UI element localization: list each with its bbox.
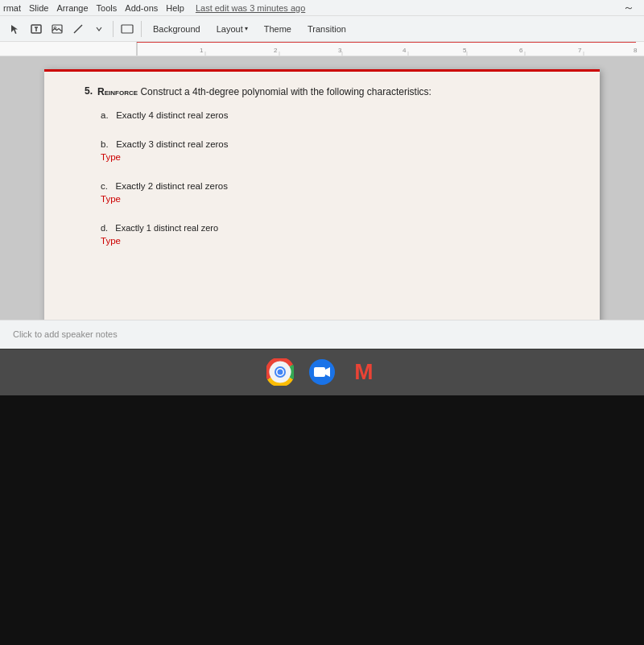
background-label: Background: [153, 24, 200, 34]
question-header: 5. Reinforce Construct a 4th-degree poly…: [85, 85, 576, 99]
question-text: Reinforce Construct a 4th-degree polynom…: [97, 85, 431, 99]
menu-tools[interactable]: Tools: [97, 3, 118, 13]
meet-taskbar-icon[interactable]: [308, 358, 336, 387]
svg-text:7: 7: [578, 47, 582, 54]
textbox-icon[interactable]: [27, 20, 45, 38]
transition-button[interactable]: Transition: [301, 22, 353, 36]
sub-question-d: d. Exactly 1 distinct real zero Type: [101, 223, 576, 246]
layout-arrow-icon: ▾: [245, 25, 248, 32]
sub-a-letter: a.: [101, 110, 109, 120]
svg-text:3: 3: [338, 47, 342, 54]
chrome-taskbar-icon[interactable]: [266, 358, 295, 387]
sub-b-text: Exactly 3 distinct real zeros: [116, 139, 228, 149]
squiggle-icon: ～: [623, 1, 634, 15]
menu-arrange[interactable]: Arrange: [56, 3, 88, 13]
svg-text:8: 8: [634, 47, 638, 54]
layout-label: Layout: [217, 24, 243, 34]
question-body: Construct a 4th-degree polynomial with t…: [140, 86, 431, 97]
sub-question-c-label: c. Exactly 2 distinct real zeros: [101, 181, 576, 191]
sub-question-c: c. Exactly 2 distinct real zeros Type: [101, 181, 576, 204]
svg-line-5: [74, 25, 82, 33]
image-icon[interactable]: [48, 20, 66, 38]
sub-b-answer[interactable]: Type: [101, 152, 576, 162]
svg-text:6: 6: [519, 47, 523, 54]
slide-content: 5. Reinforce Construct a 4th-degree poly…: [44, 69, 600, 281]
theme-label: Theme: [264, 24, 291, 34]
background-button[interactable]: Background: [147, 22, 207, 36]
toolbar: Background Layout ▾ Theme Transition: [0, 16, 644, 42]
sub-question-d-label: d. Exactly 1 distinct real zero: [101, 223, 576, 233]
menu-format[interactable]: rmat: [3, 3, 21, 13]
menu-slide[interactable]: Slide: [29, 3, 48, 13]
question-number: 5.: [85, 85, 93, 97]
shapes-icon[interactable]: [69, 20, 87, 38]
sub-d-text: Exactly 1 distinct real zero: [115, 223, 218, 233]
reinforce-label: Reinforce: [97, 86, 138, 97]
slide-icon[interactable]: [118, 20, 136, 38]
svg-text:4: 4: [402, 47, 407, 54]
svg-text:2: 2: [274, 47, 278, 54]
line-dropdown-icon[interactable]: [90, 20, 108, 38]
sub-a-text: Exactly 4 distinct real zeros: [116, 110, 228, 120]
sub-question-a: a. Exactly 4 distinct real zeros: [101, 110, 576, 120]
speaker-notes-area[interactable]: Click to add speaker notes: [0, 320, 644, 349]
theme-button[interactable]: Theme: [258, 22, 298, 36]
toolbar-divider-2: [141, 21, 142, 37]
sub-d-letter: d.: [101, 223, 108, 233]
svg-point-27: [278, 370, 283, 375]
slide-canvas[interactable]: 5. Reinforce Construct a 4th-degree poly…: [44, 69, 600, 320]
sub-c-letter: c.: [101, 181, 108, 191]
speaker-notes-placeholder: Click to add speaker notes: [13, 329, 118, 339]
app-window: rmat Slide Arrange Tools Add-ons Help La…: [0, 0, 644, 645]
layout-button[interactable]: Layout ▾: [210, 22, 254, 36]
svg-rect-29: [314, 367, 325, 377]
ruler: 1 2 3 4 5 6 7 8: [0, 42, 644, 56]
select-tool-icon[interactable]: [6, 20, 24, 38]
sub-question-b-label: b. Exactly 3 distinct real zeros: [101, 139, 576, 149]
svg-text:5: 5: [463, 47, 467, 54]
gmail-m-label: M: [354, 359, 373, 385]
gmail-taskbar-icon[interactable]: M: [349, 358, 378, 387]
sub-c-text: Exactly 2 distinct real zeros: [116, 181, 228, 191]
sub-d-answer[interactable]: Type: [101, 236, 576, 246]
last-edit-label: Last edit was 3 minutes ago: [196, 3, 305, 13]
sub-b-letter: b.: [101, 139, 109, 149]
transition-label: Transition: [308, 24, 346, 34]
menu-addons[interactable]: Add-ons: [125, 3, 158, 13]
sub-c-answer[interactable]: Type: [101, 194, 576, 204]
black-area: [0, 395, 644, 646]
menu-bar: rmat Slide Arrange Tools Add-ons Help La…: [0, 0, 644, 16]
sub-question-b: b. Exactly 3 distinct real zeros Type: [101, 139, 576, 162]
menu-help[interactable]: Help: [166, 3, 184, 13]
taskbar: M: [0, 349, 644, 395]
slide-top-line: [44, 69, 600, 72]
svg-text:1: 1: [200, 47, 204, 54]
editor-area: 5. Reinforce Construct a 4th-degree poly…: [0, 56, 644, 320]
toolbar-divider-1: [113, 21, 114, 37]
sub-question-a-label: a. Exactly 4 distinct real zeros: [101, 110, 576, 120]
svg-rect-6: [122, 25, 133, 33]
